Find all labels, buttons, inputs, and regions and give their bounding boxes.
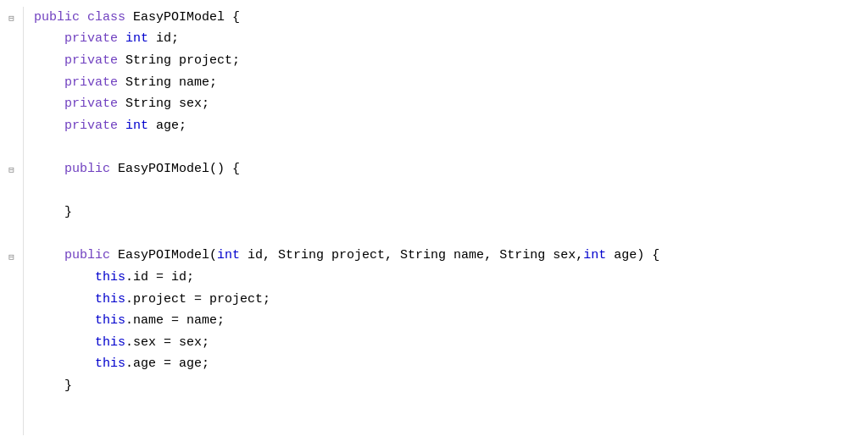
gutter-line-1 — [0, 30, 23, 52]
gutter-line-13 — [0, 290, 23, 312]
gutter-line-15 — [0, 334, 23, 356]
gutter-line-17 — [0, 377, 23, 399]
code-line-10 — [34, 224, 858, 246]
gutter-line-10 — [0, 225, 23, 247]
gutter-line-2 — [0, 52, 23, 74]
gutter-line-9 — [0, 203, 23, 225]
code-line-7: public EasyPOIModel() { — [34, 158, 858, 180]
code-line-3: private String name; — [34, 72, 858, 94]
gutter-line-8 — [0, 182, 23, 204]
code-line-5: private int age; — [34, 115, 858, 137]
gutter: ⊟⊟⊟ — [0, 7, 24, 435]
gutter-line-0[interactable]: ⊟ — [0, 8, 23, 30]
code-line-8 — [34, 180, 858, 202]
gutter-line-7[interactable]: ⊟ — [0, 160, 23, 182]
gutter-line-12 — [0, 268, 23, 290]
gutter-line-11[interactable]: ⊟ — [0, 247, 23, 269]
gutter-line-4 — [0, 95, 23, 117]
code-line-11: public EasyPOIModel(int id, String proje… — [34, 246, 858, 268]
code-editor: ⊟⊟⊟ public class EasyPOIModel { private … — [0, 0, 868, 442]
code-line-9: } — [34, 202, 858, 224]
code-line-15: this.sex = sex; — [34, 332, 858, 354]
code-line-1: private int id; — [34, 29, 858, 51]
gutter-line-6 — [0, 139, 23, 161]
code-line-6 — [34, 137, 858, 159]
gutter-line-5 — [0, 117, 23, 139]
code-line-12: this.id = id; — [34, 267, 858, 289]
code-line-13: this.project = project; — [34, 289, 858, 311]
gutter-line-16 — [0, 356, 23, 378]
code-line-17: } — [34, 375, 858, 397]
code-line-16: this.age = age; — [34, 354, 858, 376]
code-line-4: private String sex; — [34, 93, 858, 115]
gutter-line-3 — [0, 74, 23, 96]
gutter-line-14 — [0, 312, 23, 334]
code-line-2: private String project; — [34, 50, 858, 72]
code-line-14: this.name = name; — [34, 310, 858, 332]
code-lines: public class EasyPOIModel { private int … — [24, 7, 868, 435]
code-line-0: public class EasyPOIModel { — [34, 7, 858, 29]
